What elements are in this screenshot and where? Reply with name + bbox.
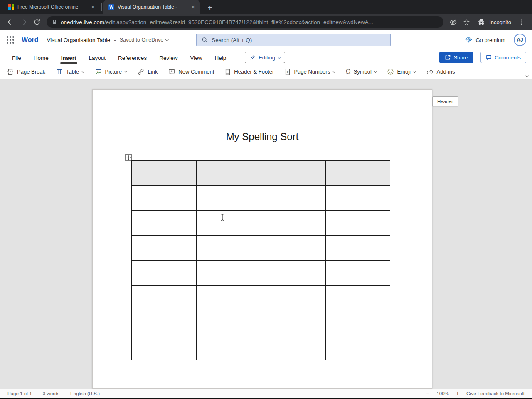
tool-table[interactable]: Table [56,68,84,76]
incognito-badge: Incognito [477,17,511,27]
app-launcher-button[interactable] [6,35,15,44]
table-cell[interactable] [132,310,197,335]
back-button[interactable] [4,16,17,28]
table-cell[interactable] [132,286,197,310]
chevron-down-icon [374,69,377,73]
reload-icon [33,18,41,26]
page-numbers-icon: # [284,68,291,76]
comments-button[interactable]: Comments [480,52,526,63]
table-cell[interactable] [325,335,390,360]
table-cell[interactable] [132,211,197,236]
table-cell[interactable] [132,186,197,211]
table-cell[interactable] [325,186,390,211]
tool-new-comment[interactable]: New Comment [168,68,214,76]
table-cell[interactable] [261,186,326,211]
page-header-tag-button[interactable]: Header [432,96,458,106]
table-cell[interactable] [132,335,197,360]
ribbon-tab-home[interactable]: Home [28,51,54,64]
close-icon[interactable]: × [89,4,96,11]
close-icon[interactable]: × [190,4,197,11]
zoom-in-button[interactable]: + [456,391,459,397]
tool-add-ins[interactable]: Add-ins [426,68,455,76]
table-cell[interactable] [196,310,261,335]
browser-tab-strip: Free Microsoft Office online × W Visual … [0,0,532,14]
text-cursor [220,214,225,223]
word-count[interactable]: 3 words [43,391,59,396]
tool-header-footer[interactable]: Header & Footer [224,68,274,76]
ribbon-tab-review[interactable]: Review [154,51,183,64]
chevron-down-icon [332,69,336,73]
table-cell[interactable] [325,286,390,310]
feedback-link[interactable]: Give Feedback to Microsoft [466,391,525,396]
ribbon-tab-references[interactable]: References [113,51,152,64]
incognito-spy-icon [477,17,486,27]
table-cell[interactable] [261,211,326,236]
table-cell[interactable] [261,335,326,360]
word-brand-label[interactable]: Word [22,36,39,44]
table-cell[interactable] [261,261,326,286]
table-cell[interactable] [325,310,390,335]
url-path: /edit.aspx?action=editnew&resid=9530ECC9… [104,19,373,25]
saved-status[interactable]: Saved to OneDrive [120,37,168,43]
table-move-handle[interactable] [125,154,132,161]
table-header-cell[interactable] [261,161,326,186]
ribbon-tab-layout[interactable]: Layout [84,51,111,64]
avatar[interactable]: AJ [514,34,526,46]
table-cell[interactable] [325,211,390,236]
browser-menu-button[interactable] [515,16,528,28]
table-header-cell[interactable] [325,161,390,186]
search-input[interactable] [212,37,385,43]
table-cell[interactable] [261,310,326,335]
tab-separator [101,3,102,11]
ribbon-tab-file[interactable]: File [7,51,27,64]
bookmark-button[interactable] [460,16,473,28]
table-cell[interactable] [132,261,197,286]
page-status[interactable]: Page 1 of 1 [7,391,32,396]
privacy-eye-button[interactable] [447,16,459,28]
go-premium-button[interactable]: Go premium [466,37,505,43]
ribbon-tab-row: File Home Insert Layout References Revie… [0,50,532,65]
search-box[interactable] [196,34,391,46]
table-cell[interactable] [196,186,261,211]
table-cell[interactable] [132,236,197,261]
search-icon [202,37,208,43]
tool-page-numbers[interactable]: # Page Numbers [284,68,335,76]
ribbon-tab-view[interactable]: View [185,51,207,64]
new-tab-button[interactable]: + [204,2,216,14]
tool-symbol[interactable]: Ω Symbol [346,69,377,75]
tool-page-break[interactable]: Page Break [7,68,45,76]
address-bar[interactable]: onedrive.live.com/edit.aspx?action=editn… [47,16,443,28]
microsoft-logo-icon [8,4,14,10]
share-button[interactable]: Share [439,52,473,63]
tool-label: Table [66,69,79,75]
document-title-field[interactable]: Visual Organisation Table [47,37,111,43]
zoom-out-button[interactable]: − [426,391,429,397]
table-cell[interactable] [325,261,390,286]
tool-emoji[interactable]: Emoji [387,68,416,75]
forward-button[interactable] [17,16,30,28]
document-page[interactable]: My Spelling Sort [92,89,432,389]
table-cell[interactable] [196,261,261,286]
collapse-ribbon-icon[interactable] [525,74,528,77]
language-status[interactable]: English (U.S.) [70,391,100,396]
table-cell[interactable] [325,236,390,261]
reload-button[interactable] [31,16,43,28]
editing-mode-button[interactable]: Editing [245,52,285,63]
table-row [132,211,390,236]
browser-tab-office-online[interactable]: Free Microsoft Office online × [3,0,100,14]
tool-link[interactable]: Link [137,68,158,76]
table-header-cell[interactable] [196,161,261,186]
incognito-label: Incognito [489,19,511,25]
go-premium-label: Go premium [475,37,505,43]
ribbon-tab-insert[interactable]: Insert [56,51,82,64]
tool-picture[interactable]: Picture [95,68,127,76]
table-cell[interactable] [196,335,261,360]
table-cell[interactable] [261,236,326,261]
table-cell[interactable] [261,286,326,310]
table-cell[interactable] [196,286,261,310]
table-cell[interactable] [196,211,261,236]
table-cell[interactable] [196,236,261,261]
ribbon-tab-help[interactable]: Help [209,51,232,64]
browser-tab-document[interactable]: W Visual Organisation Table - × [103,0,200,14]
table-header-cell[interactable] [132,161,197,186]
